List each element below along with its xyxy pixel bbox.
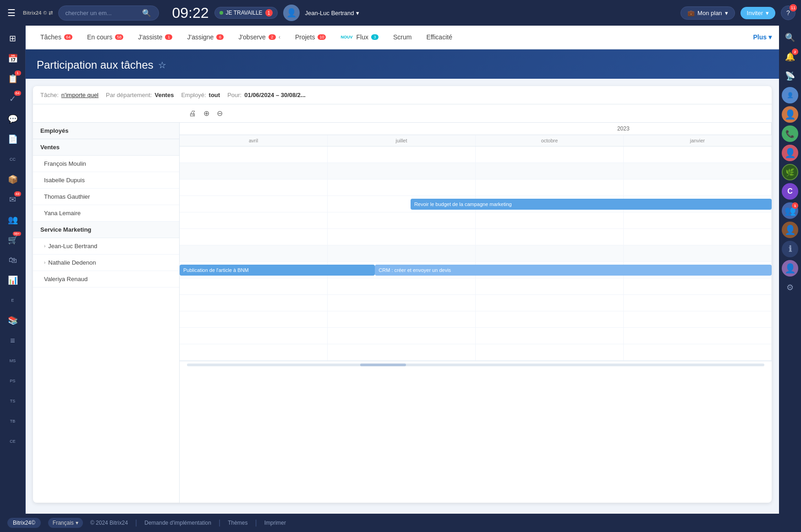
tab-tasks[interactable]: Tâches 64 — [33, 26, 80, 49]
rs-avatar-3[interactable]: 👤 — [782, 145, 798, 161]
status-count: 1 — [265, 9, 273, 16]
gantt-row-empty-2 — [180, 328, 772, 344]
tab-projets[interactable]: Projets 10 — [288, 26, 334, 49]
sidebar-item-crm[interactable]: CC — [4, 150, 22, 168]
gantt-cell — [476, 163, 624, 179]
sidebar-item-checklist[interactable]: ✓ 64 — [4, 90, 22, 108]
gantt-scrollbar[interactable] — [180, 361, 772, 368]
month-octobre: octobre — [476, 135, 624, 146]
sidebar-item-catalog[interactable]: 📦 — [4, 170, 22, 189]
sidebar-item-e[interactable]: E — [4, 291, 22, 309]
sidebar-item-ts[interactable]: TS — [4, 392, 22, 410]
tab-jassiste-badge: 1 — [165, 34, 172, 40]
filter-dept-value[interactable]: Ventes — [154, 92, 174, 98]
sidebar-item-more-apps[interactable]: ≡ — [4, 331, 22, 350]
rs-icon-notifications[interactable]: 🔔 2 — [782, 49, 798, 65]
collapse-icon[interactable]: ‹ — [279, 34, 280, 40]
gantt-body: Employés Ventes François Moulin Isabelle… — [33, 123, 772, 503]
gantt-cell — [624, 179, 772, 195]
scrollbar-thumb[interactable] — [360, 364, 406, 366]
tab-flux[interactable]: NOUV Flux 3 — [333, 26, 385, 49]
footer-language[interactable]: Français ▾ — [48, 518, 83, 528]
rs-avatar-4[interactable]: 👥 1 — [782, 202, 798, 219]
rs-icon-search[interactable]: 🔍 — [782, 29, 798, 46]
month-juillet: juillet — [328, 135, 476, 146]
rs-avatar-6[interactable]: 👤 — [782, 260, 798, 277]
search-box[interactable]: 🔍 — [58, 5, 159, 21]
checklist-badge: 64 — [14, 91, 21, 96]
sidebar-item-home[interactable]: ⊞ — [4, 29, 22, 48]
sidebar-item-ce[interactable]: CE — [4, 432, 22, 451]
footer-link-implementation[interactable]: Demande d'implémentation — [144, 520, 211, 526]
rs-avatar-1[interactable]: 👤 — [782, 87, 798, 103]
gantt-bar-publication[interactable]: Publication de l'article à BNM — [180, 265, 375, 276]
footer-link-themes[interactable]: Thèmes — [228, 520, 247, 526]
rs-avatar-group[interactable]: 🌿 — [782, 164, 798, 180]
sidebar-item-shop[interactable]: 🛒 99+ — [4, 231, 22, 249]
sidebar-item-documents[interactable]: 📄 — [4, 130, 22, 148]
rs-avatar-2[interactable]: 👤 — [782, 106, 798, 123]
sidebar-item-calendar[interactable]: 📅 — [4, 49, 22, 68]
tab-jassigne[interactable]: J'assigne 6 — [180, 26, 231, 49]
sidebar-item-mail[interactable]: ✉ 48 — [4, 190, 22, 209]
sidebar-item-reports[interactable]: 📊 — [4, 271, 22, 289]
print-button[interactable]: 🖨 — [187, 108, 198, 119]
status-badge[interactable]: JE TRAVAILLE 1 — [214, 7, 278, 19]
gantt-row-empty-3 — [180, 344, 772, 361]
filter-task-value[interactable]: n'importe quel — [61, 92, 99, 98]
rs-icon-feed[interactable]: 📡 — [782, 68, 798, 84]
star-icon[interactable]: ☆ — [158, 60, 166, 71]
footer-link-print[interactable]: Imprimer — [264, 520, 286, 526]
sidebar-item-tasks[interactable]: 📋 1 — [4, 70, 22, 88]
list-item[interactable]: › Jean-Luc Bertrand — [33, 238, 179, 255]
list-item[interactable]: Yana Lemaire — [33, 205, 179, 222]
sidebar-item-chat[interactable]: 💬 — [4, 110, 22, 128]
plan-button[interactable]: 💼 Mon plan ▾ — [680, 6, 735, 20]
invite-button[interactable]: Inviter ▾ — [741, 7, 775, 19]
tab-scrum[interactable]: Scrum — [386, 26, 419, 49]
list-item[interactable]: › Nathalie Dedenon — [33, 255, 179, 271]
left-sidebar: ⊞ 📅 📋 1 ✓ 64 💬 📄 CC 📦 ✉ 48 👥 — [0, 26, 26, 514]
footer-copyright: © 2024 Bitrix24 — [90, 520, 128, 526]
filter-employee-value[interactable]: tout — [209, 92, 220, 98]
tab-jassiste-label: J'assiste — [138, 33, 162, 41]
sidebar-item-store[interactable]: 🛍 — [4, 251, 22, 269]
help-button[interactable]: ? 11 — [781, 5, 796, 20]
mail-icon: ✉ — [9, 195, 16, 205]
user-avatar[interactable]: 👤 — [283, 5, 300, 21]
gantt-bar-marketing-budget[interactable]: Revoir le budget de la campagne marketin… — [411, 199, 772, 210]
sidebar-item-tb[interactable]: TB — [4, 412, 22, 430]
tab-en-cours[interactable]: En cours 58 — [80, 26, 131, 49]
gantt-cell — [624, 229, 772, 245]
month-avril: avril — [180, 135, 328, 146]
tab-jobserve[interactable]: J'observe 2 ‹ — [231, 26, 287, 49]
list-item[interactable]: François Moulin — [33, 156, 179, 172]
tab-efficacite[interactable]: Efficacité — [419, 26, 460, 49]
ts-label: TS — [10, 399, 16, 403]
rs-icon-info[interactable]: ℹ — [782, 241, 798, 257]
rs-avatar-c[interactable]: C — [782, 183, 798, 200]
search-input[interactable] — [65, 10, 138, 16]
sidebar-item-library[interactable]: 📚 — [4, 311, 22, 330]
rs-avatar-5[interactable]: 👤 — [782, 222, 798, 238]
rs-icon-settings[interactable]: ⚙ — [782, 279, 798, 296]
filter-period-value[interactable]: 01/06/2024 – 30/08/2... — [244, 92, 306, 98]
tab-jassiste[interactable]: J'assiste 1 — [131, 26, 180, 49]
hamburger-menu[interactable]: ☰ — [5, 5, 17, 20]
gantt-bar-crm[interactable]: CRM : créer et envoyer un devis — [375, 265, 772, 276]
zoom-out-button[interactable]: ⊖ — [215, 107, 225, 119]
list-item[interactable]: Thomas Gauthier — [33, 189, 179, 205]
list-item[interactable]: Valeriya Renaud — [33, 271, 179, 288]
gantt-cell — [624, 147, 772, 163]
rs-notifications-badge: 2 — [792, 49, 798, 55]
user-name[interactable]: Jean-Luc Bertrand ▾ — [305, 10, 359, 16]
zoom-in-button[interactable]: ⊕ — [202, 107, 211, 119]
sidebar-item-ps[interactable]: PS — [4, 372, 22, 390]
sidebar-item-contacts[interactable]: 👥 — [4, 211, 22, 229]
tab-more[interactable]: Plus ▾ — [753, 33, 772, 41]
list-item[interactable]: Isabelle Dupuis — [33, 172, 179, 189]
footer-lang-chevron: ▾ — [76, 520, 78, 526]
rs-avatar-call[interactable]: 📞 — [782, 125, 798, 142]
sidebar-item-ms[interactable]: MS — [4, 352, 22, 370]
emp-name: François Moulin — [44, 160, 86, 167]
